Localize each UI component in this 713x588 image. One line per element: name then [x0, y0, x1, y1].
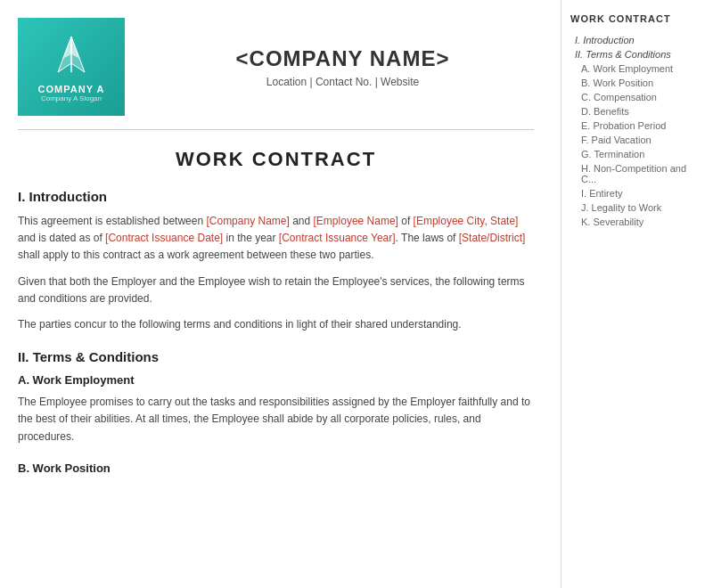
sidebar-item-non-competition[interactable]: H. Non-Competition and C... — [570, 161, 704, 186]
introduction-para-2: Given that both the Employer and the Emp… — [18, 274, 534, 307]
subsection-work-position: B. Work Position — [18, 461, 534, 475]
sidebar-item-compensation[interactable]: C. Compensation — [570, 90, 704, 104]
section-introduction: I. Introduction This agreement is establ… — [18, 189, 534, 333]
contract-date-field: [Contract Issuance Date] — [105, 232, 223, 244]
sidebar-item-severability[interactable]: K. Severability — [570, 215, 704, 229]
sidebar-item-work-position[interactable]: B. Work Position — [570, 76, 704, 90]
logo-tagline: Company A Slogan — [41, 94, 102, 102]
main-content: COMPANY A Company A Slogan <COMPANY NAME… — [0, 0, 561, 588]
sidebar-item-termination[interactable]: G. Termination — [570, 147, 704, 161]
doc-title: WORK CONTRACT — [18, 148, 534, 171]
work-position-heading: B. Work Position — [18, 461, 534, 475]
introduction-para-3: The parties concur to the following term… — [18, 316, 534, 333]
sidebar-title: WORK CONTRACT — [570, 13, 704, 24]
logo-company-name: COMPANY A — [38, 84, 105, 94]
logo-box: COMPANY A Company A Slogan — [18, 18, 125, 116]
terms-heading: II. Terms & Conditions — [18, 349, 534, 364]
company-name-header: <COMPANY NAME> — [152, 46, 534, 71]
state-district-field: [State/District] — [459, 232, 526, 244]
sidebar-item-terms[interactable]: II. Terms & Conditions — [570, 47, 704, 61]
work-employment-heading: A. Work Employment — [18, 373, 534, 387]
subsection-work-employment: A. Work Employment The Employee promises… — [18, 373, 534, 445]
contract-year-field: [Contract Issuance Year] — [279, 232, 396, 244]
introduction-para-1: This agreement is established between [C… — [18, 213, 534, 265]
logo-icon — [53, 32, 89, 77]
work-employment-para-1: The Employee promises to carry out the t… — [18, 394, 534, 445]
sidebar-item-work-employment[interactable]: A. Work Employment — [570, 61, 704, 76]
header: COMPANY A Company A Slogan <COMPANY NAME… — [18, 18, 534, 130]
header-center: <COMPANY NAME> Location | Contact No. | … — [152, 46, 534, 88]
employee-name-field: [Employee Name] — [314, 215, 398, 227]
introduction-heading: I. Introduction — [18, 189, 534, 204]
employee-city-field: [Employee City, State] — [414, 215, 519, 227]
sidebar-item-paid-vacation[interactable]: F. Paid Vacation — [570, 133, 704, 147]
section-terms: II. Terms & Conditions A. Work Employmen… — [18, 349, 534, 475]
company-name-field: [Company Name] — [206, 215, 289, 227]
sidebar: WORK CONTRACT I. Introduction II. Terms … — [561, 0, 713, 588]
sidebar-item-probation[interactable]: E. Probation Period — [570, 118, 704, 133]
sidebar-item-introduction[interactable]: I. Introduction — [570, 33, 704, 47]
company-info: Location | Contact No. | Website — [152, 76, 534, 88]
sidebar-item-benefits[interactable]: D. Benefits — [570, 104, 704, 118]
sidebar-item-legality[interactable]: J. Legality to Work — [570, 200, 704, 215]
page-wrapper: COMPANY A Company A Slogan <COMPANY NAME… — [0, 0, 713, 588]
sidebar-item-entirety[interactable]: I. Entirety — [570, 186, 704, 200]
